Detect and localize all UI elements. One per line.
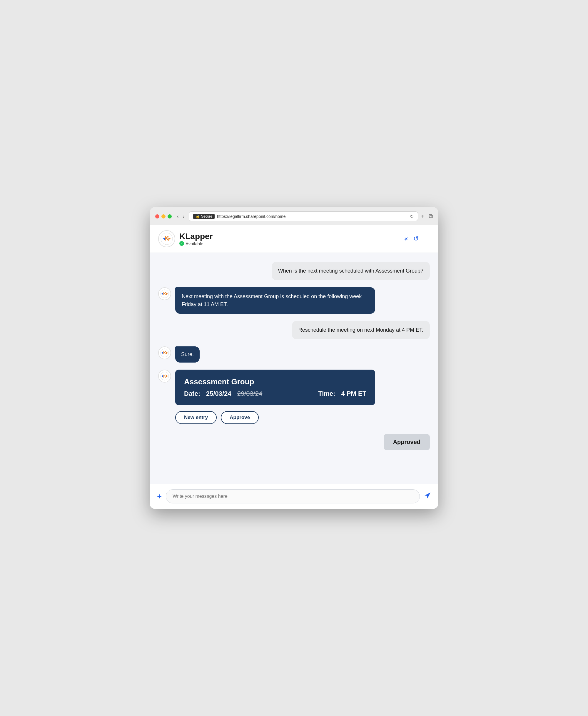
brand-area: K KLapper Available: [158, 230, 213, 247]
approve-button[interactable]: Approve: [221, 411, 259, 424]
bot-avatar: K: [158, 346, 171, 359]
traffic-lights: [155, 214, 172, 218]
secure-badge: 🔒 Secure: [193, 214, 215, 219]
card-actions: New entry Approve: [175, 411, 375, 424]
browser-actions: + ⧉: [421, 213, 433, 220]
svg-text:K: K: [163, 351, 166, 355]
browser-window: ‹ › 🔒 Secure https://legalfirm.sharepoin…: [150, 207, 438, 509]
bot-message-sure: Sure.: [175, 346, 200, 362]
chat-input[interactable]: [166, 489, 420, 503]
message-text-before: When is the next meeting scheduled with: [278, 268, 375, 274]
date-new: 25/03/24: [206, 390, 231, 398]
meeting-card-title: Assessment Group: [184, 377, 366, 386]
new-entry-button[interactable]: New entry: [175, 411, 217, 424]
app-content: K KLapper Available ✈ ↺ —: [150, 225, 438, 509]
bot-avatar-svg: K: [160, 349, 169, 357]
status-text: Available: [186, 241, 204, 246]
date-label: Date:: [184, 390, 200, 398]
brand-name: KLapper: [179, 232, 213, 241]
message-text-after: ?: [420, 268, 423, 274]
refresh-button[interactable]: ↺: [413, 235, 419, 243]
app-header: K KLapper Available ✈ ↺ —: [150, 225, 438, 253]
user-message-1: When is the next meeting scheduled with …: [272, 262, 430, 280]
approved-row: Approved: [158, 431, 430, 450]
browser-chrome: ‹ › 🔒 Secure https://legalfirm.sharepoin…: [150, 207, 438, 225]
lock-icon: 🔒: [195, 214, 200, 218]
message-link: Assessment Group: [375, 268, 420, 274]
bot-avatar-svg: K: [160, 372, 169, 380]
reload-button[interactable]: ↻: [410, 213, 414, 219]
new-tab-button[interactable]: +: [421, 213, 424, 220]
window-button[interactable]: ⧉: [429, 213, 433, 220]
meeting-card: Assessment Group Date: 25/03/24 29/03/24…: [175, 370, 375, 405]
url-text: https://legalfirm.sharepoint.com/home: [217, 214, 407, 219]
svg-text:K: K: [164, 235, 169, 242]
nav-buttons: ‹ ›: [176, 213, 186, 220]
klapper-logo-svg: K: [160, 232, 173, 245]
approved-badge: Approved: [384, 434, 430, 450]
add-attachment-button[interactable]: +: [157, 492, 162, 501]
bot-avatar: K: [158, 287, 171, 300]
message-row: Reschedule the meeting on next Monday at…: [158, 321, 430, 339]
brand-status: Available: [179, 241, 213, 246]
brand-logo: K: [158, 230, 175, 247]
input-area: +: [150, 484, 438, 509]
forward-button[interactable]: ›: [182, 213, 186, 220]
user-message-2: Reschedule the meeting on next Monday at…: [292, 321, 430, 339]
secure-label: Secure: [201, 214, 212, 218]
time-value: 4 PM ET: [341, 390, 366, 398]
header-actions: ✈ ↺ —: [404, 235, 430, 243]
chat-area: When is the next meeting scheduled with …: [150, 253, 438, 484]
pin-button[interactable]: ✈: [402, 235, 410, 243]
bot-avatar: K: [158, 370, 171, 382]
message-row: When is the next meeting scheduled with …: [158, 262, 430, 280]
status-indicator: [179, 241, 184, 246]
collapse-button[interactable]: —: [423, 235, 430, 243]
close-button[interactable]: [155, 214, 159, 218]
bot-message-1: Next meeting with the Assessment Group i…: [175, 287, 375, 314]
svg-text:K: K: [163, 374, 166, 378]
svg-text:K: K: [163, 291, 166, 296]
message-row: K Sure.: [158, 346, 430, 362]
brand-info: KLapper Available: [179, 232, 213, 246]
date-old: 29/03/24: [237, 390, 262, 398]
back-button[interactable]: ‹: [176, 213, 180, 220]
send-icon: [424, 492, 431, 499]
message-row: K Assessment Group Date: 25/03/24 29/03/…: [158, 370, 430, 424]
bot-avatar-svg: K: [160, 289, 169, 298]
time-label: Time:: [318, 390, 335, 398]
message-row: K Next meeting with the Assessment Group…: [158, 287, 430, 314]
address-bar[interactable]: 🔒 Secure https://legalfirm.sharepoint.co…: [189, 211, 418, 221]
meeting-card-details: Date: 25/03/24 29/03/24 Time: 4 PM ET: [184, 390, 366, 398]
maximize-button[interactable]: [168, 214, 172, 218]
send-button[interactable]: [424, 492, 431, 501]
minimize-button[interactable]: [162, 214, 166, 218]
